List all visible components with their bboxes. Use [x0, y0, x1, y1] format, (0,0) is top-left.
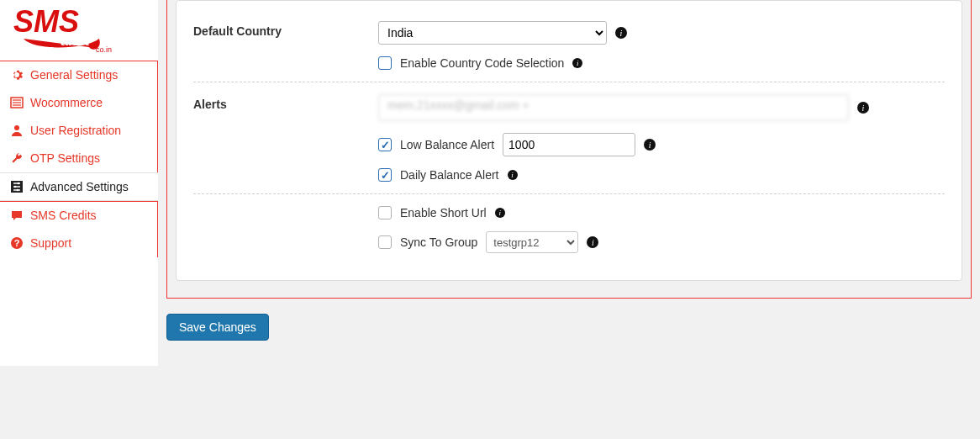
svg-text:co.in: co.in — [96, 45, 112, 54]
smsalert-logo-icon: SMS alert co.in — [8, 0, 126, 56]
svg-point-12 — [18, 182, 20, 185]
sidebar-item-label: Wocommerce — [30, 96, 103, 109]
sidebar-item-user-registration[interactable]: User Registration — [0, 117, 157, 145]
enable-short-url-checkbox[interactable] — [378, 206, 392, 220]
info-icon[interactable]: i — [857, 102, 869, 114]
sync-group-select[interactable]: testgrp12 — [486, 231, 578, 253]
info-icon[interactable]: i — [615, 27, 627, 39]
alerts-email-input[interactable]: mem.21xxxx@gmail.com + — [378, 94, 849, 121]
main-content: Default Country India i Enable Country C… — [158, 0, 980, 366]
sliders-icon — [10, 180, 24, 193]
sidebar-item-advanced-settings[interactable]: Advanced Settings — [0, 172, 158, 201]
sync-group-label: Sync To Group — [400, 235, 477, 249]
sidebar-item-label: OTP Settings — [30, 151, 100, 165]
sidebar: SMS alert co.in General Settings Wocomme… — [0, 0, 158, 366]
sidebar-item-otp-settings[interactable]: OTP Settings — [0, 145, 157, 172]
svg-point-7 — [14, 125, 19, 130]
svg-text:?: ? — [14, 238, 20, 248]
sidebar-item-label: General Settings — [30, 68, 118, 82]
help-icon: ? — [10, 236, 24, 250]
sidebar-item-label: Support — [30, 236, 71, 250]
svg-point-13 — [14, 186, 17, 188]
info-icon[interactable]: i — [508, 170, 518, 180]
save-changes-button[interactable]: Save Changes — [166, 314, 269, 341]
sidebar-item-label: SMS Credits — [30, 209, 97, 222]
low-balance-label: Low Balance Alert — [400, 138, 494, 151]
default-country-row: Default Country India i Enable Country C… — [193, 9, 945, 82]
sidebar-item-woocommerce[interactable]: Wocommerce — [0, 89, 157, 117]
low-balance-checkbox[interactable] — [378, 138, 392, 151]
chat-icon — [10, 209, 24, 222]
list-icon — [10, 96, 24, 109]
gear-icon — [10, 68, 24, 82]
svg-point-14 — [17, 189, 19, 192]
alerts-label: Alerts — [193, 94, 378, 182]
daily-balance-checkbox[interactable] — [378, 168, 392, 182]
sidebar-item-label: User Registration — [30, 124, 121, 137]
logo: SMS alert co.in — [0, 0, 158, 61]
info-icon[interactable]: i — [587, 236, 598, 248]
sidebar-item-label: Advanced Settings — [30, 180, 129, 193]
svg-text:alert: alert — [61, 34, 89, 48]
enable-country-code-label: Enable Country Code Selection — [400, 56, 564, 70]
enable-country-code-checkbox[interactable] — [378, 56, 392, 70]
default-country-label: Default Country — [193, 21, 378, 70]
sidebar-item-sms-credits[interactable]: SMS Credits — [0, 202, 157, 230]
daily-balance-label: Daily Balance Alert — [400, 168, 499, 182]
default-country-select[interactable]: India — [378, 21, 607, 45]
enable-short-url-label: Enable Short Url — [400, 206, 487, 220]
user-icon — [10, 124, 24, 137]
sidebar-item-support[interactable]: ? Support — [0, 230, 157, 257]
misc-row: Enable Short Url i Sync To Group testgrp… — [193, 194, 945, 265]
low-balance-input[interactable] — [503, 133, 635, 156]
sync-group-checkbox[interactable] — [378, 235, 392, 249]
info-icon[interactable]: i — [495, 208, 505, 218]
info-icon[interactable]: i — [572, 58, 582, 68]
sidebar-item-general-settings[interactable]: General Settings — [0, 61, 157, 89]
wrench-icon — [10, 151, 24, 165]
alerts-row: Alerts mem.21xxxx@gmail.com + i Low Bala… — [193, 82, 945, 194]
info-icon[interactable]: i — [644, 139, 656, 151]
